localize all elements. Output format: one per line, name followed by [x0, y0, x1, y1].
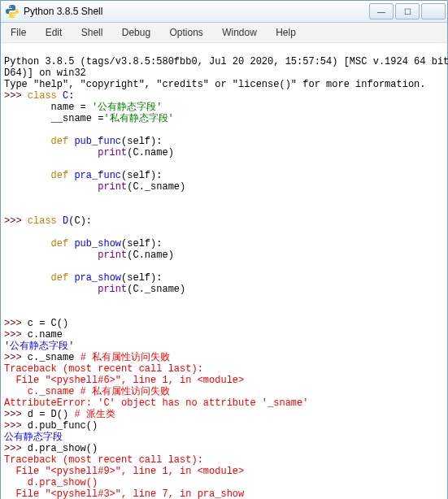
traceback-line: c._sname # 私有属性访问失败	[4, 386, 170, 397]
prompt: >>>	[4, 443, 28, 454]
code-line: d.pra_show()	[28, 443, 98, 454]
code-line: __sname =	[4, 113, 103, 124]
maximize-button[interactable]: ☐	[395, 3, 420, 20]
string: '私有静态字段'	[103, 113, 173, 124]
prompt: >>>	[4, 90, 28, 102]
func-name: pub_show	[74, 238, 121, 250]
builtin-print: print	[98, 147, 127, 158]
titlebar: Python 3.8.5 Shell — ☐	[1, 1, 447, 23]
prompt: >>>	[4, 318, 28, 329]
code-line: c = C()	[28, 318, 68, 329]
console-area[interactable]: Python 3.8.5 (tags/v3.8.5:580fbb0, Jul 2…	[1, 43, 447, 499]
comment: # 派生类	[74, 409, 115, 420]
builtin-print: print	[98, 250, 127, 261]
keyword-def: def	[51, 136, 69, 147]
func-name: pub_func	[74, 136, 121, 147]
params: (self):	[121, 238, 162, 250]
traceback-line: File "<pyshell#3>", line 7, in pra_show	[4, 488, 244, 499]
output: 公有静态字段	[4, 432, 63, 443]
banner-line: D64)] on win32	[4, 67, 86, 79]
params: (self):	[121, 170, 162, 181]
idle-window: Python 3.8.5 Shell — ☐ File Edit Shell D…	[0, 0, 448, 499]
builtin-print: print	[98, 284, 127, 295]
window-controls: — ☐	[368, 3, 446, 20]
traceback-line: File "<pyshell#6>", line 1, in <module>	[4, 375, 244, 386]
banner-line: Python 3.8.5 (tags/v3.8.5:580fbb0, Jul 2…	[4, 56, 448, 67]
banner-line: Type "help", "copyright", "credits" or "…	[4, 79, 425, 90]
svg-point-0	[10, 7, 11, 8]
output: '公有静态字段'	[4, 341, 74, 352]
params: (self):	[121, 136, 162, 147]
keyword-def: def	[51, 272, 69, 284]
minimize-button[interactable]: —	[369, 3, 394, 20]
traceback-head: Traceback (most recent call last):	[4, 363, 203, 375]
keyword-class: class	[28, 215, 57, 227]
prompt: >>>	[4, 329, 28, 341]
code-line: d = D()	[28, 409, 75, 420]
python-icon	[6, 5, 19, 18]
builtin-print: print	[98, 181, 127, 193]
args: (C._sname)	[127, 284, 185, 295]
code-line: name =	[4, 102, 92, 113]
code-line: d.pub_func()	[28, 420, 98, 432]
prompt: >>>	[4, 215, 28, 227]
colon: :	[86, 215, 92, 227]
menu-options[interactable]: Options	[161, 25, 211, 40]
traceback-head: Traceback (most recent call last):	[4, 454, 203, 466]
prompt: >>>	[4, 420, 28, 432]
args: (C.name)	[127, 147, 174, 158]
code-line: c._sname	[28, 352, 80, 363]
traceback-line: File "<pyshell#9>", line 1, in <module>	[4, 466, 244, 477]
attribute-error: AttributeError: 'C' object has no attrib…	[4, 397, 308, 409]
args: (C._sname)	[127, 181, 185, 193]
prompt: >>>	[4, 352, 28, 363]
base: (C)	[68, 215, 86, 227]
menu-shell[interactable]: Shell	[73, 25, 111, 40]
window-title: Python 3.8.5 Shell	[24, 6, 368, 17]
menu-edit[interactable]: Edit	[37, 25, 71, 40]
colon: :	[68, 90, 74, 102]
menu-debug[interactable]: Debug	[114, 25, 159, 40]
keyword-def: def	[51, 238, 69, 250]
menu-file[interactable]: File	[2, 25, 34, 40]
traceback-line: d.pra_show()	[4, 477, 98, 488]
svg-point-1	[14, 15, 15, 17]
code-line: c.name	[28, 329, 63, 341]
menu-help[interactable]: Help	[267, 25, 304, 40]
prompt: >>>	[4, 409, 28, 420]
menubar: File Edit Shell Debug Options Window Hel…	[1, 23, 447, 43]
comment: # 私有属性访问失败	[80, 352, 170, 363]
keyword-def: def	[51, 170, 69, 181]
args: (C.name)	[127, 250, 174, 261]
menu-window[interactable]: Window	[214, 25, 265, 40]
func-name: pra_show	[74, 272, 121, 284]
close-button[interactable]	[421, 3, 446, 20]
keyword-class: class	[28, 90, 57, 102]
string: '公有静态字段'	[92, 102, 162, 113]
params: (self):	[121, 272, 162, 284]
func-name: pra_func	[74, 170, 121, 181]
